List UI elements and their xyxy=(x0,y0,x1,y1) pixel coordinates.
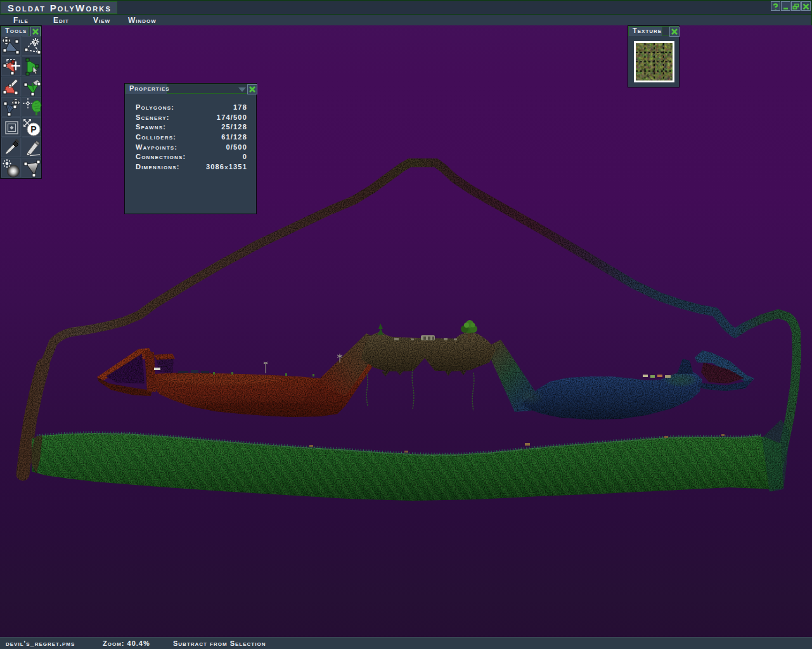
svg-text:P: P xyxy=(30,124,36,134)
